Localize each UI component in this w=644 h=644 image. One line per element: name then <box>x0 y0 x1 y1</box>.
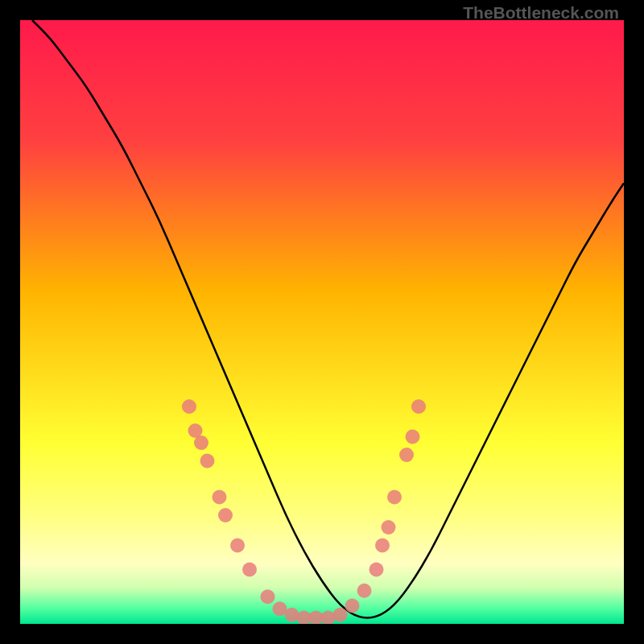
attribution-watermark: TheBottleneck.com <box>463 3 619 23</box>
highlight-marker <box>411 399 426 414</box>
bottleneck-curve <box>32 20 624 618</box>
highlight-marker <box>375 539 390 553</box>
highlight-marker <box>369 563 384 577</box>
highlight-markers <box>182 399 426 624</box>
highlight-marker <box>285 608 299 622</box>
highlight-marker <box>406 430 420 444</box>
highlight-marker <box>218 508 233 522</box>
highlight-marker <box>399 448 414 462</box>
highlight-marker <box>242 563 257 577</box>
highlight-marker <box>194 436 208 450</box>
highlight-marker <box>261 589 275 604</box>
highlight-marker <box>200 454 215 469</box>
highlight-marker <box>333 608 348 622</box>
highlight-marker <box>345 599 360 613</box>
highlight-marker <box>321 611 336 625</box>
chart-curve-layer <box>20 20 624 624</box>
highlight-marker <box>382 520 396 535</box>
chart-frame <box>20 20 624 624</box>
highlight-marker <box>213 490 227 505</box>
highlight-marker <box>387 490 402 505</box>
highlight-marker <box>230 539 245 553</box>
highlight-marker <box>357 584 372 598</box>
highlight-marker <box>182 399 196 414</box>
